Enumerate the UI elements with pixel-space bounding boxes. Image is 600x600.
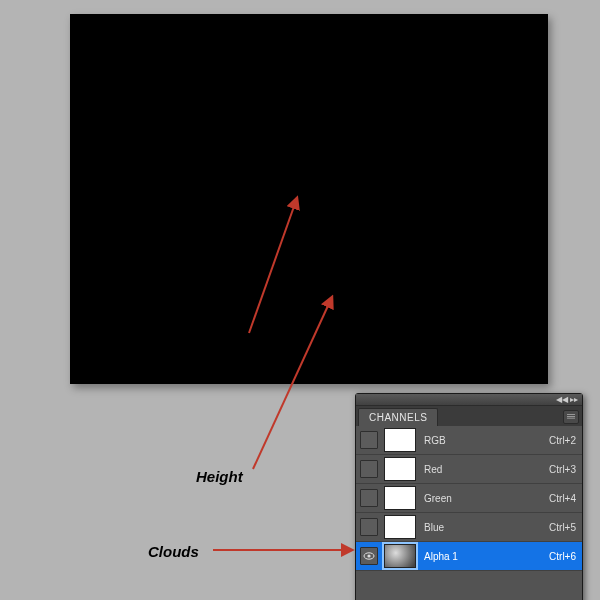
- channel-row-alpha1[interactable]: Alpha 1 Ctrl+6: [356, 542, 582, 571]
- visibility-toggle[interactable]: [360, 489, 378, 507]
- channel-thumbnail: [384, 515, 416, 539]
- visibility-toggle[interactable]: [360, 518, 378, 536]
- channel-row-green[interactable]: Green Ctrl+4: [356, 484, 582, 513]
- visibility-toggle[interactable]: [360, 431, 378, 449]
- channel-thumbnail: [384, 428, 416, 452]
- channel-row-red[interactable]: Red Ctrl+3: [356, 455, 582, 484]
- channel-name: Blue: [424, 522, 549, 533]
- channel-name: Green: [424, 493, 549, 504]
- svg-rect-1: [70, 14, 548, 384]
- channel-name: Alpha 1: [424, 551, 549, 562]
- tab-channels[interactable]: CHANNELS: [358, 408, 438, 426]
- channel-shortcut: Ctrl+6: [549, 551, 576, 562]
- channel-shortcut: Ctrl+2: [549, 435, 576, 446]
- annotation-height-label: Height: [196, 468, 243, 485]
- channel-name: Red: [424, 464, 549, 475]
- annotation-depth-label: Depth: [196, 333, 239, 350]
- channel-thumbnail: [384, 457, 416, 481]
- visibility-toggle[interactable]: [360, 460, 378, 478]
- svg-point-3: [367, 554, 370, 557]
- panel-tabs: CHANNELS: [356, 406, 582, 426]
- channels-panel: ◀◀ ▸▸ CHANNELS RGB Ctrl+2 Red Ctrl+3 Gre…: [355, 393, 583, 600]
- channel-shortcut: Ctrl+5: [549, 522, 576, 533]
- channel-row-rgb[interactable]: RGB Ctrl+2: [356, 426, 582, 455]
- channel-shortcut: Ctrl+4: [549, 493, 576, 504]
- panel-titlebar[interactable]: ◀◀ ▸▸: [356, 394, 582, 406]
- collapse-icon[interactable]: ◀◀ ▸▸: [556, 395, 578, 404]
- document-canvas[interactable]: [70, 14, 548, 384]
- channel-row-blue[interactable]: Blue Ctrl+5: [356, 513, 582, 542]
- channel-thumbnail: [384, 544, 416, 568]
- channel-shortcut: Ctrl+3: [549, 464, 576, 475]
- channel-list-empty-area[interactable]: [356, 571, 582, 600]
- eye-icon: [363, 551, 375, 561]
- panel-menu-button[interactable]: [563, 410, 579, 424]
- channel-name: RGB: [424, 435, 549, 446]
- clouds-texture: [70, 14, 548, 384]
- channel-thumbnail: [384, 486, 416, 510]
- channel-list: RGB Ctrl+2 Red Ctrl+3 Green Ctrl+4 Blue …: [356, 426, 582, 600]
- visibility-toggle[interactable]: [360, 547, 378, 565]
- annotation-clouds-label: Clouds: [148, 543, 199, 560]
